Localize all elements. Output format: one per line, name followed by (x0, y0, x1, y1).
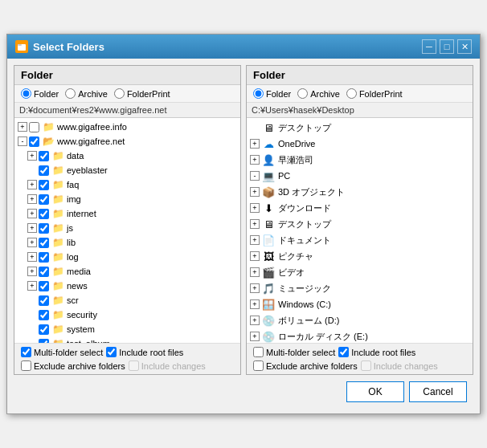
right-exclude-archive-label[interactable]: Exclude archive folders (253, 360, 358, 371)
expand-icon[interactable]: + (27, 267, 37, 276)
tree-row[interactable]: + 📁 internet (14, 206, 240, 221)
expand-icon[interactable]: + (27, 252, 37, 262)
expand-icon[interactable]: + (27, 238, 37, 247)
item-checkbox[interactable] (39, 238, 49, 248)
item-checkbox[interactable] (29, 136, 39, 147)
tree-row[interactable]: + 📁 log (14, 250, 240, 264)
left-radio-folder[interactable]: Folder (21, 88, 59, 99)
item-checkbox[interactable] (39, 165, 49, 176)
tree-row[interactable]: + 👤 早瀬浩司 (247, 152, 473, 168)
item-checkbox[interactable] (39, 180, 49, 190)
tree-row[interactable]: 📁 security (14, 307, 240, 322)
expand-icon[interactable]: - (18, 136, 27, 146)
item-checkbox[interactable] (39, 339, 49, 344)
left-multi-folder-label[interactable]: Multi-folder select (21, 347, 103, 357)
right-radio-folder[interactable]: Folder (253, 88, 291, 99)
minimize-button[interactable]: ─ (422, 39, 436, 54)
tree-row[interactable]: + 📁 js (14, 221, 240, 235)
ok-button[interactable]: OK (346, 381, 404, 402)
right-exclude-archive-checkbox[interactable] (253, 360, 264, 371)
expand-icon[interactable]: + (250, 219, 260, 229)
expand-icon[interactable]: - (250, 171, 260, 181)
expand-icon[interactable]: + (250, 332, 260, 341)
left-include-root-label[interactable]: Include root files (106, 347, 183, 357)
expand-icon[interactable]: + (27, 180, 37, 189)
left-radio-archive[interactable]: Archive (65, 88, 108, 99)
item-checkbox[interactable] (39, 281, 49, 291)
expand-icon[interactable]: + (27, 223, 37, 233)
expand-icon[interactable]: + (18, 122, 27, 132)
right-multi-folder-checkbox[interactable] (253, 347, 264, 357)
left-exclude-archive-label[interactable]: Exclude archive folders (21, 360, 125, 371)
tree-row[interactable]: + 📁 lib (14, 235, 240, 250)
folder-icon: 📁 (51, 150, 64, 161)
cancel-button[interactable]: Cancel (409, 381, 467, 402)
expand-icon[interactable]: + (250, 316, 260, 325)
right-multi-folder-label[interactable]: Multi-folder select (253, 347, 335, 357)
tree-row[interactable]: 🖥 デスクトップ (247, 120, 473, 136)
tree-row[interactable]: 📁 scr (14, 293, 240, 307)
expand-icon[interactable]: + (27, 209, 37, 218)
tree-row[interactable]: + 📁 img (14, 192, 240, 206)
tree-row[interactable]: + 📁 media (14, 264, 240, 279)
expand-icon[interactable]: + (250, 267, 260, 277)
item-checkbox[interactable] (39, 209, 49, 219)
right-radio-archive[interactable]: Archive (297, 88, 340, 99)
tree-row[interactable]: + ☁ OneDrive (247, 136, 473, 152)
tree-row[interactable]: 📁 system (14, 322, 240, 336)
expand-icon[interactable]: + (250, 139, 260, 149)
tree-row[interactable]: + 📦 3D オブジェクト (247, 184, 473, 200)
tree-row[interactable]: - 💻 PC (247, 168, 473, 184)
tree-row[interactable]: + 🪟 Windows (C:) (247, 296, 473, 312)
item-checkbox[interactable] (39, 223, 49, 234)
tree-row[interactable]: - 📂 www.gigafree.net (14, 134, 240, 149)
expand-icon[interactable]: + (250, 203, 260, 213)
right-include-root-checkbox[interactable] (338, 347, 349, 357)
expand-icon[interactable]: + (27, 151, 37, 161)
item-checkbox[interactable] (39, 295, 49, 306)
tree-row[interactable]: + 📁 data (14, 149, 240, 163)
maximize-button[interactable]: □ (440, 39, 454, 54)
item-checkbox[interactable] (39, 310, 49, 320)
right-radio-folderprint[interactable]: FolderPrint (346, 88, 403, 99)
tree-row[interactable]: + 📁 news (14, 279, 240, 293)
item-checkbox[interactable] (39, 267, 49, 277)
expand-icon[interactable]: + (27, 281, 37, 291)
item-checkbox[interactable] (39, 324, 49, 335)
tree-row[interactable]: + 🖼 ピクチャ (247, 248, 473, 264)
expand-icon[interactable]: + (250, 235, 260, 245)
tree-row[interactable]: + 📄 ドキュメント (247, 232, 473, 248)
left-tree[interactable]: + 📁 www.gigafree.info - 📂 www.gigafree.n… (14, 118, 240, 343)
expand-icon[interactable]: + (250, 299, 260, 309)
left-radio-folderprint[interactable]: FolderPrint (114, 88, 170, 99)
right-include-root-label[interactable]: Include root files (338, 347, 415, 357)
tree-row[interactable]: + 🎬 ビデオ (247, 264, 473, 280)
expand-icon[interactable]: + (250, 283, 260, 293)
item-checkbox[interactable] (39, 252, 49, 263)
item-checkbox[interactable] (29, 122, 39, 132)
tree-row[interactable]: + 🎵 ミュージック (247, 280, 473, 296)
right-include-changes-label[interactable]: Include changes (361, 360, 438, 371)
item-checkbox[interactable] (39, 194, 49, 205)
right-tree[interactable]: 🖥 デスクトップ + ☁ OneDrive + 👤 早瀬浩司 (247, 118, 473, 343)
left-exclude-archive-checkbox[interactable] (21, 360, 31, 371)
expand-icon[interactable]: + (250, 187, 260, 197)
expand-icon[interactable]: + (250, 251, 260, 261)
left-include-changes-label[interactable]: Include changes (129, 360, 206, 371)
tree-row[interactable]: 📁 test_album (14, 336, 240, 343)
expand-icon[interactable]: + (250, 155, 260, 165)
tree-row[interactable]: + 📁 faq (14, 177, 240, 192)
tree-row[interactable]: + 💿 ローカル ディスク (E:) (247, 328, 473, 343)
left-include-changes-checkbox[interactable] (129, 360, 139, 371)
tree-row[interactable]: + 🖥 デスクトップ (247, 216, 473, 232)
close-button[interactable]: ✕ (457, 39, 472, 54)
left-include-root-checkbox[interactable] (106, 347, 117, 357)
left-multi-folder-checkbox[interactable] (21, 347, 31, 357)
tree-row[interactable]: + 📁 www.gigafree.info (14, 120, 240, 134)
tree-row[interactable]: 📁 eyeblaster (14, 163, 240, 177)
tree-row[interactable]: + ⬇ ダウンロード (247, 200, 473, 216)
expand-icon[interactable]: + (27, 194, 37, 204)
item-checkbox[interactable] (39, 151, 49, 161)
right-include-changes-checkbox[interactable] (361, 360, 371, 371)
tree-row[interactable]: + 💿 ボリューム (D:) (247, 312, 473, 328)
